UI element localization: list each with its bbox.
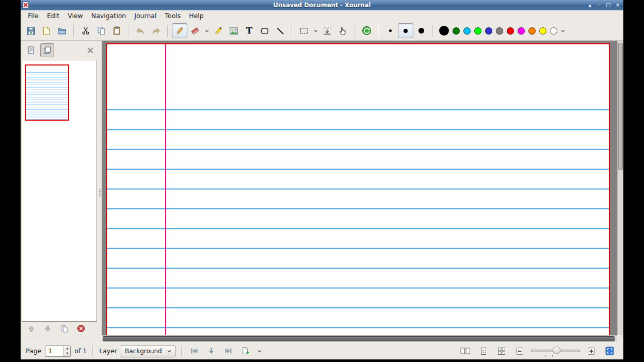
zoom-in-button[interactable]	[585, 345, 598, 357]
horizontal-scrollbar-thumb[interactable]	[103, 336, 615, 341]
zoom-slider-handle[interactable]	[553, 347, 560, 354]
color-red-swatch[interactable]	[507, 27, 514, 35]
thickness-medium-button[interactable]	[398, 23, 413, 38]
horizontal-scrollbar[interactable]	[102, 335, 617, 342]
pen-tool-button[interactable]	[172, 23, 187, 38]
continuous-view-button[interactable]	[459, 345, 472, 357]
selection-rect-icon	[299, 26, 309, 36]
minimize-button[interactable]: −	[595, 1, 603, 9]
first-page-button[interactable]	[188, 345, 201, 357]
shape-recognizer-button[interactable]	[257, 23, 272, 38]
vertical-scrollbar[interactable]	[617, 41, 623, 335]
select-options-button[interactable]	[312, 23, 319, 38]
zoom-in-icon	[587, 347, 595, 355]
page-spin-up-button[interactable]	[64, 346, 70, 351]
menu-view[interactable]: View	[63, 11, 87, 21]
select-region-button[interactable]	[296, 23, 312, 38]
last-page-icon	[224, 347, 233, 355]
save-button[interactable]	[23, 23, 39, 38]
undo-button[interactable]	[133, 23, 148, 38]
highlighter-tool-button[interactable]	[211, 23, 226, 38]
page-number-spinbox[interactable]: 1	[45, 345, 71, 357]
vertical-space-button[interactable]	[319, 23, 335, 38]
previous-page-button[interactable]	[27, 325, 35, 333]
sidebar-tab-layers[interactable]	[40, 43, 54, 57]
hand-tool-button[interactable]	[335, 23, 350, 38]
color-yellow-swatch[interactable]	[539, 27, 546, 35]
sidebar: ×	[21, 41, 98, 335]
color-magenta-swatch[interactable]	[518, 27, 525, 35]
thickness-fine-button[interactable]	[382, 23, 398, 38]
duplicate-page-button[interactable]	[60, 325, 68, 333]
zoom-slider[interactable]	[531, 345, 580, 357]
down-arrow-icon	[207, 347, 216, 355]
menu-tools[interactable]: Tools	[160, 11, 185, 21]
journal-page[interactable]	[106, 43, 610, 335]
sidebar-tab-pages[interactable]	[24, 43, 38, 57]
cut-button[interactable]	[78, 23, 93, 38]
sidebar-close-button[interactable]: ×	[86, 45, 94, 55]
menu-edit[interactable]: Edit	[43, 11, 63, 21]
menu-navigation[interactable]: Navigation	[87, 11, 130, 21]
menu-help[interactable]: Help	[185, 11, 208, 21]
text-tool-button[interactable]: T	[242, 23, 257, 38]
color-blue-swatch[interactable]	[485, 27, 492, 35]
menu-file[interactable]: File	[24, 11, 43, 21]
new-page-after-button[interactable]	[239, 345, 252, 357]
thickness-thick-button[interactable]	[413, 23, 429, 38]
one-page-icon: 1	[479, 347, 488, 355]
eraser-icon	[190, 26, 200, 36]
page-thumbnail-list[interactable]	[22, 60, 97, 322]
color-lightblue-swatch[interactable]	[463, 27, 471, 35]
clipboard-paste-icon	[112, 26, 121, 35]
shade-button[interactable]: ▴	[586, 1, 594, 9]
toolbar: T	[21, 21, 623, 41]
fine-dot-icon	[389, 29, 392, 32]
delete-page-button[interactable]	[77, 324, 85, 333]
paste-button[interactable]	[109, 23, 124, 38]
eraser-options-button[interactable]	[203, 23, 211, 38]
page-number-value[interactable]: 1	[45, 346, 63, 356]
thick-dot-icon	[418, 28, 424, 34]
color-lightgreen-swatch[interactable]	[474, 27, 481, 35]
scrollbar-corner	[617, 335, 623, 342]
color-green-swatch[interactable]	[453, 27, 460, 35]
image-tool-button[interactable]	[226, 23, 242, 38]
page-spin-down-button[interactable]	[64, 351, 70, 356]
zoom-out-button[interactable]	[513, 345, 526, 357]
close-button[interactable]: ×	[614, 1, 622, 9]
scissors-icon	[82, 26, 90, 35]
color-options-button[interactable]	[559, 23, 567, 38]
ruler-tool-button[interactable]	[272, 23, 288, 38]
fit-page-button[interactable]	[603, 345, 616, 357]
last-page-button[interactable]	[222, 345, 235, 357]
toolbar-separator	[378, 25, 379, 37]
layer-combobox[interactable]: Background	[121, 345, 175, 357]
next-page-button[interactable]	[44, 325, 52, 333]
color-orange-swatch[interactable]	[528, 27, 536, 35]
drawing-canvas[interactable]	[102, 41, 617, 335]
color-gray-swatch[interactable]	[496, 27, 503, 35]
page-label: Page	[26, 347, 41, 355]
default-pen-button[interactable]	[359, 23, 374, 38]
pane-resize-handle[interactable]	[98, 41, 102, 335]
ruled-lines	[107, 109, 609, 335]
eraser-tool-button[interactable]	[187, 23, 203, 38]
xournal-window: Unsaved Document - Xournal ▴ − □ × File …	[21, 0, 623, 359]
new-page-options-button[interactable]	[256, 345, 264, 357]
single-page-view-button[interactable]: 1	[477, 345, 490, 357]
ruler-line-icon	[276, 26, 285, 36]
vertical-scrollbar-thumb[interactable]	[618, 43, 623, 170]
redo-button[interactable]	[148, 23, 164, 38]
next-page-down-button[interactable]	[205, 345, 218, 357]
color-white-swatch[interactable]	[550, 27, 557, 35]
menu-journal[interactable]: Journal	[130, 11, 160, 21]
page-thumbnail[interactable]	[25, 64, 69, 121]
titlebar[interactable]: Unsaved Document - Xournal ▴ − □ ×	[21, 0, 623, 10]
open-button[interactable]	[54, 23, 70, 38]
copy-button[interactable]	[93, 23, 109, 38]
new-page-button[interactable]	[39, 23, 54, 38]
grid-view-button[interactable]	[495, 345, 508, 357]
color-black-swatch[interactable]	[439, 26, 449, 36]
maximize-button[interactable]: □	[604, 1, 613, 9]
